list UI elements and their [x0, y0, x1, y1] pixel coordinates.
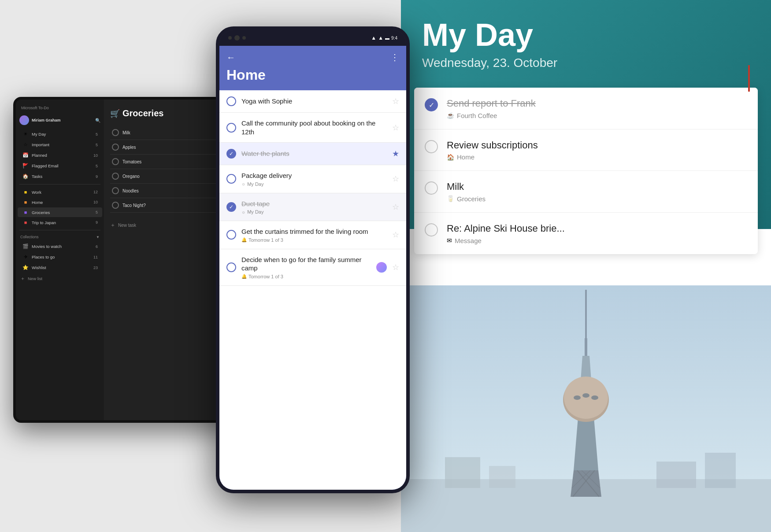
new-list-button[interactable]: ＋ New list [16, 273, 104, 284]
task-meta: ☼ My Day [241, 181, 387, 187]
list-item[interactable]: Duct tape ☼ My Day ☆ [219, 193, 406, 222]
task-checkbox[interactable] [112, 158, 119, 165]
sidebar-item-places[interactable]: ✈ Places to go 11 [18, 252, 102, 262]
sidebar-item-count: 5 [96, 210, 98, 214]
status-bar: ▲ ▲ ▬ 9:4 [219, 30, 406, 46]
task-content: Get the curtains trimmed for the living … [241, 227, 387, 243]
back-icon[interactable]: ← [226, 52, 235, 63]
myday-icon: ☼ [241, 210, 245, 214]
sidebar-item-flaggedemail[interactable]: 🚩 Flagged Email 5 [18, 161, 102, 171]
task-checkbox[interactable] [112, 202, 119, 209]
task-label: Yoga with Sophie [241, 97, 387, 106]
reminder-icon: 🔔 [241, 237, 247, 242]
task-label: Water the plants [241, 149, 387, 158]
task-checkbox[interactable] [425, 98, 438, 111]
svg-rect-17 [489, 466, 515, 488]
task-label: Review subscriptions [447, 139, 747, 152]
sidebar-divider-2 [19, 230, 100, 230]
home-icon: ■ [22, 200, 29, 205]
milk-icon: 🥛 [447, 195, 454, 202]
task-content: Decide when to go for the family summer … [241, 255, 371, 279]
avatar [376, 262, 387, 273]
camera-lens [234, 35, 240, 41]
list-title-icon: 🛒 [110, 109, 120, 118]
star-icon[interactable]: ☆ [392, 174, 399, 184]
sidebar-item-myday[interactable]: ☀ My Day 5 [18, 129, 102, 139]
list-item[interactable]: Water the plants ★ [219, 143, 406, 165]
task-checkbox[interactable] [226, 262, 236, 272]
task-label: Re: Alpine Ski House brie... [447, 222, 747, 235]
star-icon[interactable]: ☆ [392, 230, 399, 240]
list-item[interactable]: Get the curtains trimmed for the living … [219, 221, 406, 249]
sidebar-item-tasks[interactable]: 🏠 Tasks 9 [18, 171, 102, 181]
sidebar-item-wishlist[interactable]: ⭐ Wishlist 23 [18, 262, 102, 273]
tower-scene [401, 285, 771, 532]
work-icon: ■ [22, 189, 29, 195]
list-item[interactable]: Re: Alpine Ski House brie... ✉ Message [414, 213, 758, 254]
signal-icon: ▲ [378, 35, 383, 41]
important-icon: ☆ [22, 142, 29, 148]
sidebar-item-count: 12 [93, 190, 98, 194]
search-icon[interactable]: 🔍 [95, 118, 100, 123]
task-content: Send report to Frank ☕ Fourth Coffee [447, 97, 747, 119]
task-checkbox[interactable] [226, 202, 236, 212]
task-content: Call the community pool about booking on… [241, 119, 387, 136]
list-item[interactable]: Package delivery ☼ My Day ☆ [219, 165, 406, 193]
phone-body: ← ⋮ Home Yoga with Sophie ☆ Call the com… [219, 46, 406, 490]
star-icon[interactable]: ☆ [392, 202, 399, 212]
task-checkbox[interactable] [226, 149, 236, 159]
sidebar-item-label: Important [32, 142, 93, 147]
background-image [401, 285, 771, 532]
task-checkbox[interactable] [226, 174, 236, 184]
sidebar-item-groceries[interactable]: ■ Groceries 5 [18, 207, 102, 217]
coffee-icon: ☕ [447, 112, 454, 119]
phone-device: ▲ ▲ ▬ 9:4 ← ⋮ Home Yoga with Sophie ☆ [216, 26, 410, 493]
task-checkbox[interactable] [112, 129, 119, 136]
task-checkbox[interactable] [226, 230, 236, 240]
movies-icon: 🎬 [22, 244, 29, 249]
star-icon[interactable]: ☆ [392, 96, 399, 106]
places-icon: ✈ [22, 254, 29, 260]
sidebar-item-label: Movies to watch [32, 244, 93, 249]
camera-dot-2 [242, 36, 246, 40]
task-checkbox[interactable] [425, 181, 438, 195]
list-item[interactable]: Review subscriptions 🏠 Home [414, 129, 758, 171]
sidebar-item-label: Work [32, 190, 91, 195]
task-content: Re: Alpine Ski House brie... ✉ Message [447, 222, 747, 244]
list-item[interactable]: Send report to Frank ☕ Fourth Coffee [414, 88, 758, 129]
sidebar-item-planned[interactable]: 📅 Planned 10 [18, 150, 102, 160]
task-checkbox[interactable] [226, 96, 236, 106]
star-icon[interactable]: ☆ [392, 123, 399, 133]
sidebar-item-important[interactable]: ☆ Important 5 [18, 140, 102, 150]
tasks-icon: 🏠 [22, 174, 29, 179]
tablet-device: Microsoft To-Do Miriam Graham 🔍 ☀ My Day… [13, 97, 251, 423]
list-item[interactable]: Call the community pool about booking on… [219, 113, 406, 143]
star-icon[interactable]: ★ [392, 149, 399, 159]
task-checkbox[interactable] [226, 123, 236, 133]
sidebar-item-movies[interactable]: 🎬 Movies to watch 6 [18, 241, 102, 251]
list-item[interactable]: Decide when to go for the family summer … [219, 249, 406, 286]
home-icon: 🏠 [447, 154, 454, 161]
sidebar-item-trip[interactable]: ■ Trip to Japan 9 [18, 218, 102, 227]
phone-list-title: Home [226, 67, 399, 83]
task-label: Decide when to go for the family summer … [241, 255, 371, 273]
sidebar-item-work[interactable]: ■ Work 12 [18, 187, 102, 197]
collections-header[interactable]: Collections ▼ [16, 233, 104, 241]
task-content: Duct tape ☼ My Day [241, 200, 387, 215]
accent-line [748, 65, 750, 92]
list-item[interactable]: Yoga with Sophie ☆ [219, 90, 406, 113]
task-checkbox[interactable] [425, 223, 438, 236]
myday-header: My Day Wednesday, 23. October [401, 0, 771, 79]
sidebar-item-count: 9 [96, 220, 98, 225]
more-icon[interactable]: ⋮ [390, 52, 399, 63]
sidebar-item-home[interactable]: ■ Home 10 [18, 197, 102, 207]
star-icon[interactable]: ☆ [392, 262, 399, 272]
tower-svg [401, 285, 771, 532]
task-checkbox[interactable] [112, 187, 119, 194]
list-item[interactable]: Milk 🥛 Groceries [414, 171, 758, 213]
task-checkbox[interactable] [112, 144, 119, 151]
task-checkbox[interactable] [112, 173, 119, 180]
task-checkbox[interactable] [425, 140, 438, 153]
sidebar-item-count: 10 [93, 153, 98, 158]
sidebar-brand: Microsoft To-Do [16, 104, 104, 114]
